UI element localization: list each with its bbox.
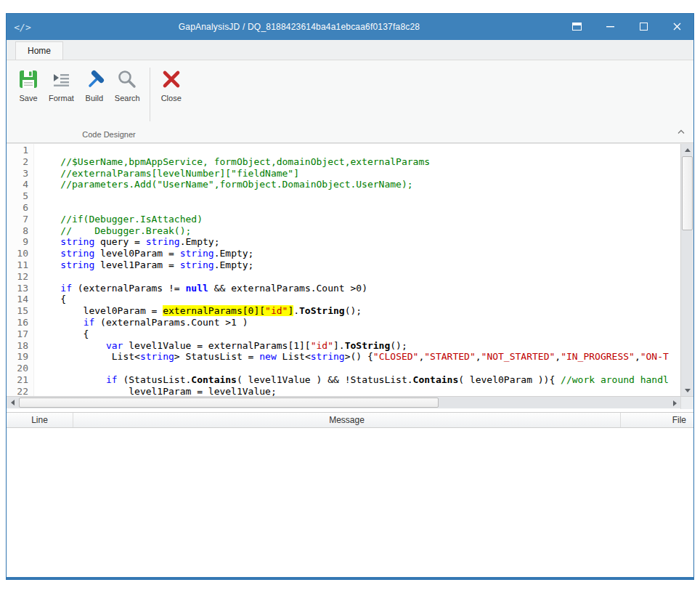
ribbon-tab-row: Home — [7, 40, 693, 60]
code-line[interactable]: string level0Param = string.Empty; — [38, 248, 680, 259]
close-label: Close — [161, 94, 182, 102]
app-icon[interactable]: </> — [7, 22, 38, 33]
maximize-button[interactable] — [627, 14, 660, 40]
minimize-icon — [606, 20, 614, 33]
close-button[interactable]: Close — [155, 66, 187, 105]
column-header-line[interactable]: Line — [7, 413, 73, 427]
column-header-message[interactable]: Message — [73, 413, 621, 427]
line-number: 17 — [7, 328, 28, 340]
ribbon-separator — [150, 68, 150, 121]
column-header-file[interactable]: File — [621, 413, 693, 427]
titlebar: </> GapAnalysisJD / DQ_8188423614ba4a1eb… — [7, 14, 693, 40]
code-line[interactable]: // Debugger.Break(); — [38, 225, 680, 237]
code-line[interactable]: if (externalParams != null && externalPa… — [38, 283, 680, 294]
code-line[interactable]: var level1Value = externalParams[1]["id"… — [38, 340, 680, 352]
triangle-right-icon — [673, 400, 677, 406]
code-line[interactable]: { — [38, 294, 680, 305]
code-editor: 12345678910111213141516171819202122 //$U… — [7, 143, 693, 396]
code-line[interactable]: if (StatusList.Contains( level1Value ) &… — [38, 374, 680, 386]
triangle-left-icon — [11, 400, 15, 406]
code-line[interactable]: //$UserName,bpmAppService, formObject,do… — [38, 156, 680, 168]
code-line[interactable] — [38, 202, 680, 214]
triangle-up-icon — [685, 148, 691, 152]
ribbon: Save Format — [7, 60, 693, 143]
scroll-down-arrow[interactable] — [681, 384, 693, 396]
horizontal-scrollbar[interactable] — [7, 396, 693, 408]
line-number: 6 — [7, 202, 28, 214]
scroll-left-arrow[interactable] — [7, 397, 18, 409]
line-number: 4 — [7, 179, 28, 190]
code-line[interactable]: level0Param = externalParams[0]["id"].To… — [38, 305, 680, 317]
line-number: 11 — [7, 259, 28, 271]
line-number: 15 — [7, 305, 28, 317]
red-x-icon — [160, 68, 182, 90]
line-number: 7 — [7, 214, 28, 225]
scroll-right-arrow[interactable] — [669, 397, 680, 409]
tab-home[interactable]: Home — [15, 41, 63, 60]
line-number: 22 — [7, 386, 28, 396]
code-line[interactable]: //parameters.Add("UserName",formObject.D… — [38, 179, 680, 190]
code-line[interactable]: List<string> StatusList = new List<strin… — [38, 351, 680, 363]
line-number: 18 — [7, 340, 28, 352]
triangle-down-icon — [685, 389, 691, 392]
error-list-body — [7, 428, 693, 577]
code-line[interactable]: string query = string.Empty; — [38, 236, 680, 248]
format-label: Format — [49, 94, 74, 102]
vertical-scrollbar[interactable] — [680, 144, 693, 396]
line-number: 12 — [7, 271, 28, 283]
vertical-scroll-thumb[interactable] — [682, 156, 693, 230]
code-line[interactable]: //externalParams[levelNumber]["fieldName… — [38, 168, 680, 179]
minimize-button[interactable] — [593, 14, 627, 40]
close-window-button[interactable] — [660, 14, 693, 40]
code-line[interactable] — [38, 190, 680, 202]
window-mode-icon — [572, 20, 582, 33]
line-number: 5 — [7, 190, 28, 202]
maximize-icon — [640, 20, 648, 33]
line-number: 21 — [7, 374, 28, 386]
error-list-header: Line Message File — [7, 412, 693, 428]
line-number: 1 — [7, 145, 28, 156]
line-number: 20 — [7, 363, 28, 374]
code-line[interactable] — [38, 363, 680, 374]
window-title: GapAnalysisJD / DQ_8188423614ba4a1ebcaa6… — [38, 22, 560, 32]
code-line[interactable]: //if(Debugger.IsAttached) — [38, 214, 680, 225]
ribbon-collapse-button[interactable] — [677, 124, 685, 137]
code-line[interactable]: if (externalParams.Count >1 ) — [38, 317, 680, 328]
code-line[interactable]: string level1Param = string.Empty; — [38, 259, 680, 271]
editor-gutter: 12345678910111213141516171819202122 — [7, 144, 34, 396]
floppy-disk-icon — [17, 68, 39, 90]
format-button[interactable]: Format — [44, 66, 78, 105]
build-label: Build — [86, 94, 103, 102]
tab-home-label: Home — [28, 46, 51, 56]
app-window: </> GapAnalysisJD / DQ_8188423614ba4a1eb… — [6, 13, 694, 580]
chevron-up-icon — [677, 124, 685, 137]
line-number: 3 — [7, 168, 28, 179]
window-controls — [560, 14, 693, 40]
code-line[interactable]: { — [38, 328, 680, 340]
search-label: Search — [115, 94, 140, 102]
line-number: 16 — [7, 317, 28, 328]
magnifier-icon — [116, 68, 138, 90]
build-button[interactable]: Build — [78, 66, 110, 105]
line-number: 14 — [7, 294, 28, 305]
line-number: 2 — [7, 156, 28, 168]
scroll-up-arrow[interactable] — [681, 144, 693, 156]
format-lines-icon — [50, 68, 72, 90]
horizontal-scroll-thumb[interactable] — [19, 398, 439, 408]
code-line[interactable]: level1Param = level1Value; — [38, 386, 680, 396]
window-mode-button[interactable] — [560, 14, 593, 40]
close-icon — [673, 20, 681, 33]
save-button[interactable]: Save — [12, 66, 44, 105]
search-button[interactable]: Search — [110, 66, 145, 105]
editor-code[interactable]: //$UserName,bpmAppService, formObject,do… — [34, 144, 680, 396]
ribbon-group-label: Code Designer — [12, 130, 205, 139]
save-label: Save — [19, 94, 37, 102]
line-number: 10 — [7, 248, 28, 259]
scrollbar-corner — [680, 397, 693, 409]
code-line[interactable] — [38, 145, 680, 156]
line-number: 19 — [7, 351, 28, 363]
line-number: 9 — [7, 236, 28, 248]
line-number: 13 — [7, 283, 28, 294]
hammer-icon — [84, 68, 105, 90]
code-line[interactable] — [38, 271, 680, 283]
